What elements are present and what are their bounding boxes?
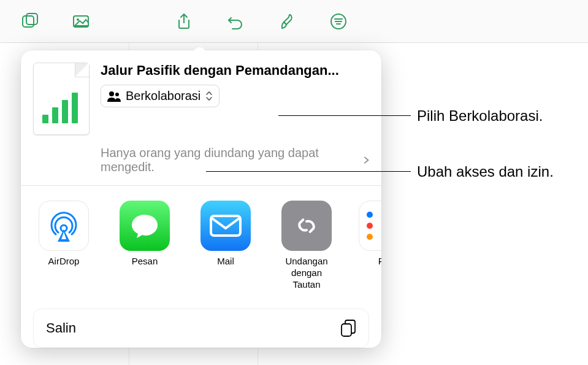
- collaborate-label: Berkolaborasi: [126, 89, 200, 103]
- format-brush-button[interactable]: [262, 5, 311, 38]
- document-title: Jalur Pasifik dengan Pemandangan...: [101, 63, 369, 79]
- copy-action[interactable]: Salin: [33, 309, 369, 348]
- messages-icon: [120, 201, 170, 251]
- media-button[interactable]: [56, 5, 105, 38]
- toolbar: [0, 0, 588, 43]
- app-label: Pe: [378, 256, 381, 267]
- add-shape-button[interactable]: [5, 5, 54, 38]
- app-airdrop[interactable]: AirDrop: [36, 201, 92, 290]
- svg-rect-1: [26, 13, 37, 25]
- more-button[interactable]: [314, 5, 363, 38]
- svg-point-3: [77, 18, 79, 21]
- copy-label: Salin: [46, 320, 76, 336]
- callout-permission: Ubah akses dan izin.: [417, 163, 554, 180]
- popover-pointer: [193, 44, 207, 53]
- undo-button[interactable]: [211, 5, 260, 38]
- collaborate-dropdown[interactable]: Berkolaborasi: [101, 85, 220, 107]
- chevron-right-icon: [364, 156, 369, 164]
- share-apps-row: AirDrop Pesan Mail: [21, 186, 381, 298]
- app-label: Mail: [217, 256, 234, 267]
- reminders-icon: [359, 201, 381, 251]
- callout-collab: Pilih Berkolaborasi.: [417, 107, 543, 125]
- chevron-updown-icon: [205, 91, 213, 101]
- app-mail[interactable]: Mail: [197, 201, 254, 290]
- share-button[interactable]: [159, 5, 208, 38]
- app-label: Pesan: [132, 256, 158, 267]
- svg-rect-0: [23, 16, 34, 27]
- svg-rect-12: [342, 324, 351, 336]
- copy-icon: [340, 319, 356, 337]
- permission-text: Hanya orang yang diundang yang dapat men…: [101, 146, 360, 174]
- app-invite-link[interactable]: Undangan dengan Tautan: [278, 201, 335, 290]
- app-messages[interactable]: Pesan: [116, 201, 173, 290]
- app-label: Undangan dengan Tautan: [278, 256, 335, 290]
- permission-settings-link[interactable]: Hanya orang yang diundang yang dapat men…: [21, 144, 381, 185]
- callout-line: [278, 115, 411, 116]
- app-reminders[interactable]: Pe: [356, 201, 381, 290]
- app-label: AirDrop: [48, 256, 80, 267]
- callout-line: [206, 171, 411, 172]
- people-icon: [107, 91, 121, 102]
- svg-point-8: [109, 91, 114, 96]
- svg-point-9: [115, 93, 119, 96]
- svg-rect-11: [211, 216, 240, 236]
- share-popover: Jalur Pasifik dengan Pemandangan... Berk…: [21, 50, 381, 348]
- link-icon: [281, 201, 332, 251]
- airdrop-icon: [39, 201, 89, 251]
- mail-icon: [200, 201, 251, 251]
- document-thumbnail: [33, 63, 90, 135]
